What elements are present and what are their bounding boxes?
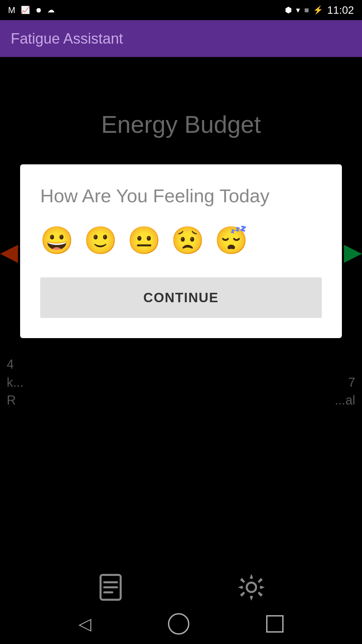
back-button[interactable]: ◁ bbox=[78, 614, 91, 634]
emoji-happy[interactable]: 🙂 bbox=[84, 227, 117, 254]
emoji-worried[interactable]: 😟 bbox=[171, 227, 204, 254]
settings-nav-button[interactable] bbox=[236, 572, 266, 604]
emoji-neutral[interactable]: 😐 bbox=[127, 227, 161, 254]
dialog-title: How Are You Feeling Today bbox=[40, 184, 322, 207]
app-title: Fatigue Assistant bbox=[11, 30, 123, 47]
status-bar-right-icons: ⬢ ▾ ■ ⚡ 11:02 bbox=[285, 4, 354, 16]
cloud-icon: ☁ bbox=[47, 6, 55, 14]
svg-point-4 bbox=[247, 583, 256, 592]
emoji-row: 😀 🙂 😐 😟 😴 bbox=[40, 227, 322, 254]
emoji-sleepy[interactable]: 😴 bbox=[215, 227, 248, 254]
record-icon: ⏺ bbox=[35, 6, 42, 14]
bluetooth-icon: ⬢ bbox=[285, 5, 292, 15]
app-bar: Fatigue Assistant bbox=[0, 20, 362, 57]
status-bar: M 📈 ⏺ ☁ ⬢ ▾ ■ ⚡ 11:02 bbox=[0, 0, 362, 20]
recents-button[interactable] bbox=[266, 615, 284, 633]
wifi-icon: ▾ bbox=[296, 5, 300, 15]
system-nav-bar: ◁ bbox=[0, 604, 362, 644]
chart-icon: 📈 bbox=[21, 6, 30, 14]
dialog-overlay: How Are You Feeling Today 😀 🙂 😐 😟 😴 CONT… bbox=[0, 57, 362, 604]
home-button[interactable] bbox=[168, 613, 189, 635]
bottom-nav bbox=[0, 572, 362, 604]
main-content: Energy Budget 4k...R 7...al ◀ ▶ How Are … bbox=[0, 57, 362, 604]
feeling-dialog: How Are You Feeling Today 😀 🙂 😐 😟 😴 CONT… bbox=[20, 164, 342, 338]
battery-icon: ⚡ bbox=[313, 5, 323, 15]
status-time: 11:02 bbox=[327, 4, 354, 16]
emoji-very-happy[interactable]: 😀 bbox=[40, 227, 74, 254]
sim-icon: ■ bbox=[304, 5, 309, 15]
status-bar-left-icons: M 📈 ⏺ ☁ bbox=[8, 5, 55, 15]
gmail-icon: M bbox=[8, 5, 15, 15]
continue-button[interactable]: CONTINUE bbox=[40, 277, 322, 318]
log-nav-button[interactable] bbox=[96, 572, 126, 604]
